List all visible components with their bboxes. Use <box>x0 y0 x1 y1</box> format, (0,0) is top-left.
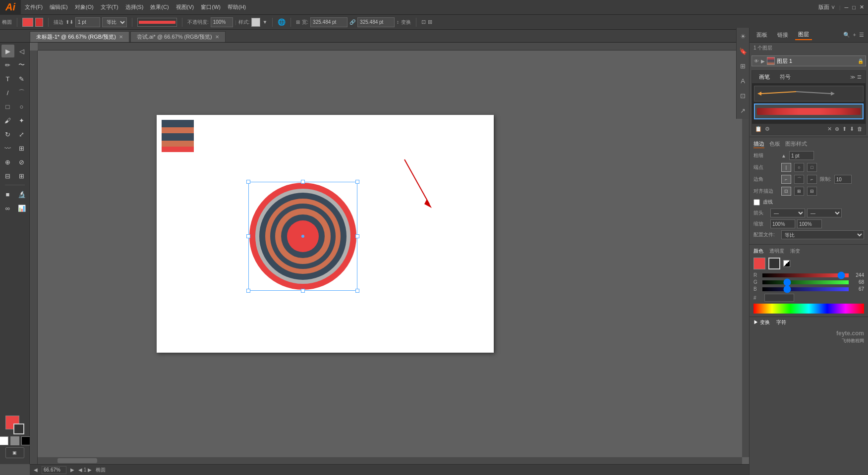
r-slider[interactable] <box>762 273 849 277</box>
extra-icon1[interactable]: ⊡ <box>421 19 426 25</box>
link-icon[interactable]: 🔗 <box>349 19 355 25</box>
panel-tab-layers[interactable]: 图层 <box>795 30 812 40</box>
width-input[interactable] <box>310 17 347 27</box>
scale-tool[interactable]: ⤢ <box>15 128 28 141</box>
corner-bevel-btn[interactable]: ⌐ <box>807 175 817 184</box>
extra-icon2[interactable]: ⊞ <box>428 19 432 25</box>
pen-tool[interactable]: ✏ <box>1 58 14 71</box>
scroll-horizontal[interactable] <box>38 457 742 464</box>
stroke-tab-color[interactable]: 色板 <box>769 140 780 148</box>
text-tool[interactable]: T <box>1 72 14 85</box>
artboard[interactable] <box>157 115 494 353</box>
tab-untitled[interactable]: 未标题-1* @ 66.67% (RGB/预览) ✕ <box>30 31 129 42</box>
brush-tab-symbol[interactable]: 符号 <box>777 72 794 82</box>
b-slider[interactable] <box>762 287 849 291</box>
panel-icon-3[interactable]: ⊞ <box>738 60 749 71</box>
menu-object[interactable]: 对象(O) <box>75 3 94 11</box>
tab-test-close[interactable]: ✕ <box>215 34 219 40</box>
menu-text[interactable]: 文字(T) <box>101 3 118 11</box>
handle-br[interactable] <box>355 289 359 293</box>
menu-help[interactable]: 帮助(H) <box>228 3 246 11</box>
eyedropper-tool[interactable]: 🔬 <box>15 188 28 201</box>
stroke-preview[interactable] <box>137 18 177 27</box>
blob-tool[interactable]: ✦ <box>15 114 28 127</box>
rect-tool[interactable]: □ <box>1 100 14 113</box>
panel-icon-2[interactable]: 🔖 <box>738 46 749 56</box>
zoom-next-btn[interactable]: ▶ <box>70 467 74 473</box>
menu-select[interactable]: 选择(S) <box>125 3 144 11</box>
menu-window[interactable]: 窗口(W) <box>201 3 221 11</box>
align-icon[interactable]: ⊞ <box>296 19 300 25</box>
layer-row-1[interactable]: 👁 ▶ 图层 1 🔒 <box>752 55 866 66</box>
handle-tm[interactable] <box>301 180 305 184</box>
brush-trash-icon[interactable]: 🗑 <box>857 126 863 132</box>
color-tab-gradient[interactable]: 渐变 <box>790 248 800 255</box>
character-section-label[interactable]: 字符 <box>776 319 786 325</box>
style-arrow[interactable]: ▼ <box>262 19 267 25</box>
layer-lock-icon[interactable]: 🔒 <box>858 58 864 64</box>
brush-menu-icon[interactable]: ☰ <box>857 74 862 80</box>
corner-round-btn[interactable]: ⌒ <box>794 175 804 184</box>
rotate-tool[interactable]: ↻ <box>1 128 14 141</box>
style-box[interactable] <box>251 18 260 27</box>
globe-icon[interactable]: 🌐 <box>278 18 286 26</box>
none-swatch[interactable] <box>0 436 8 445</box>
zoom-prev-btn[interactable]: ◀ <box>34 467 38 473</box>
hex-input[interactable]: f44443 <box>764 294 794 302</box>
blend-tool[interactable]: ∞ <box>1 202 14 214</box>
layer-arrow-icon[interactable]: ▶ <box>761 58 765 64</box>
stroke-arrows[interactable]: ⬆⬇ <box>65 19 73 25</box>
panel-menu-icon[interactable]: ☰ <box>859 32 864 38</box>
select-tool[interactable]: ▶ <box>1 45 14 57</box>
scale-end-input[interactable] <box>797 219 822 228</box>
panel-icon-4[interactable]: A <box>738 75 749 86</box>
handle-bl[interactable] <box>246 289 250 293</box>
direct-select-tool[interactable]: ◁ <box>15 45 28 57</box>
stroke-weight-input[interactable] <box>75 17 100 27</box>
color-spectrum[interactable] <box>753 304 864 314</box>
handle-tr[interactable] <box>355 180 359 184</box>
panel-icon-5[interactable]: ⊡ <box>738 90 749 101</box>
chart-tool[interactable]: 📊 <box>15 202 28 214</box>
h-icon[interactable]: ↕ <box>397 19 399 25</box>
perspective-tool[interactable]: ⊟ <box>1 169 14 182</box>
g-slider[interactable] <box>762 280 849 284</box>
stroke-swatch[interactable] <box>13 423 24 434</box>
panel-search-icon[interactable]: 🔍 <box>843 32 850 38</box>
corner-miter-btn[interactable]: ⌐ <box>781 175 791 184</box>
artboard-btn[interactable]: ▣ <box>5 447 24 458</box>
handle-ml[interactable] <box>246 234 250 238</box>
black-swatch[interactable] <box>21 436 30 445</box>
brush-options-icon[interactable]: ⚙ <box>765 126 770 132</box>
max-btn[interactable]: □ <box>852 4 856 10</box>
weight-input[interactable] <box>789 151 814 160</box>
stroke-style-select[interactable]: 等比 <box>102 17 127 27</box>
brush-stroke-1[interactable] <box>754 86 864 102</box>
layer-eye-icon[interactable]: 👁 <box>754 58 759 64</box>
height-input[interactable] <box>357 17 395 27</box>
warp-tool[interactable]: 〰 <box>1 142 14 155</box>
brush-tool[interactable]: 🖌 <box>1 114 14 127</box>
artboard-next[interactable]: ▶ <box>88 467 92 473</box>
profile-select[interactable]: 等比 <box>781 230 864 239</box>
tab-untitled-close[interactable]: ✕ <box>119 34 123 40</box>
brush-copy-icon[interactable]: ⊕ <box>835 126 839 132</box>
align-center-btn[interactable]: ⊡ <box>781 187 791 196</box>
stroke-tab-stroke[interactable]: 描边 <box>753 140 764 148</box>
brush-stroke-2[interactable] <box>754 104 864 119</box>
tab-test[interactable]: 尝试.ai* @ 66.67% (RGB/预览) ✕ <box>130 31 226 42</box>
cap-butt-btn[interactable]: | <box>781 163 791 172</box>
limit-input[interactable] <box>834 175 852 184</box>
panel-icon-6[interactable]: ↗ <box>738 105 749 116</box>
fill-color-btn[interactable] <box>22 18 33 27</box>
handle-mr[interactable] <box>355 234 359 238</box>
menu-file[interactable]: 文件(F) <box>25 3 43 11</box>
panel-tab-link[interactable]: 链接 <box>774 30 791 40</box>
arc-tool[interactable]: ⌒ <box>15 86 28 99</box>
brush-move-up-icon[interactable]: ⬆ <box>842 126 847 132</box>
brush-new-icon[interactable]: 📋 <box>755 126 762 132</box>
shape-builder-tool[interactable]: ⊕ <box>1 156 14 168</box>
zoom-input[interactable] <box>42 466 66 474</box>
color-tab-transparency[interactable]: 透明度 <box>769 248 784 255</box>
free-transform-tool[interactable]: ⊞ <box>15 142 28 155</box>
